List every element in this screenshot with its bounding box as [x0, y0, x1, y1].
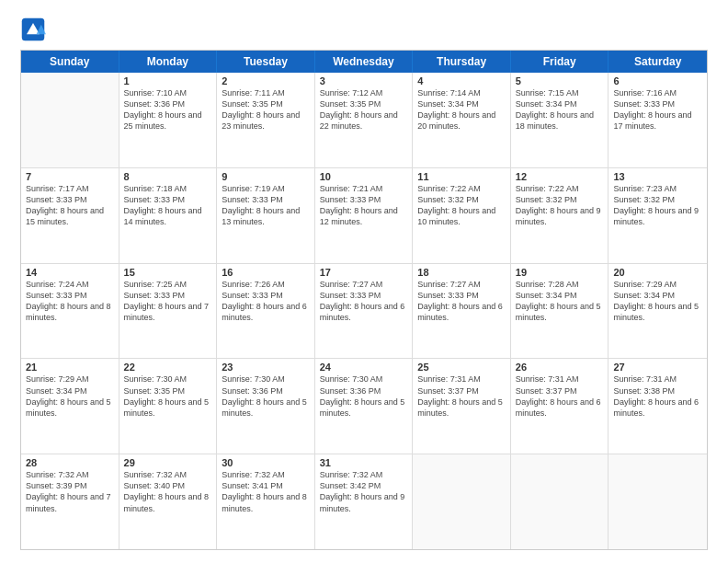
header-day-wednesday: Wednesday	[315, 51, 414, 73]
day-number: 16	[222, 267, 310, 278]
day-number: 31	[320, 457, 408, 468]
cell-info: Sunrise: 7:26 AM Sunset: 3:33 PM Dayligh…	[222, 279, 310, 324]
day-number: 22	[124, 362, 212, 373]
calendar-cell: 23Sunrise: 7:30 AM Sunset: 3:36 PM Dayli…	[217, 359, 315, 454]
day-number: 29	[124, 457, 212, 468]
calendar-row-3: 21Sunrise: 7:29 AM Sunset: 3:34 PM Dayli…	[21, 358, 707, 454]
calendar-cell: 13Sunrise: 7:23 AM Sunset: 3:32 PM Dayli…	[609, 168, 707, 263]
calendar-cell: 6Sunrise: 7:16 AM Sunset: 3:33 PM Daylig…	[609, 73, 707, 167]
cell-info: Sunrise: 7:30 AM Sunset: 3:36 PM Dayligh…	[320, 373, 408, 419]
cell-info: Sunrise: 7:16 AM Sunset: 3:33 PM Dayligh…	[613, 87, 702, 132]
day-number: 13	[613, 171, 702, 182]
calendar-cell: 7Sunrise: 7:17 AM Sunset: 3:33 PM Daylig…	[21, 168, 119, 263]
day-number: 7	[26, 171, 114, 182]
calendar-row-4: 28Sunrise: 7:32 AM Sunset: 3:39 PM Dayli…	[21, 454, 707, 549]
cell-info: Sunrise: 7:17 AM Sunset: 3:33 PM Dayligh…	[26, 183, 114, 228]
cell-info: Sunrise: 7:27 AM Sunset: 3:33 PM Dayligh…	[320, 279, 408, 324]
cell-info: Sunrise: 7:22 AM Sunset: 3:32 PM Dayligh…	[516, 183, 604, 228]
calendar-header: SundayMondayTuesdayWednesdayThursdayFrid…	[21, 51, 707, 73]
day-number: 30	[222, 457, 310, 468]
cell-info: Sunrise: 7:28 AM Sunset: 3:34 PM Dayligh…	[516, 279, 604, 324]
header-day-sunday: Sunday	[21, 51, 119, 73]
cell-info: Sunrise: 7:15 AM Sunset: 3:34 PM Dayligh…	[516, 87, 604, 132]
calendar-cell: 12Sunrise: 7:22 AM Sunset: 3:32 PM Dayli…	[511, 168, 609, 263]
day-number: 14	[26, 267, 114, 278]
cell-info: Sunrise: 7:30 AM Sunset: 3:35 PM Dayligh…	[124, 373, 212, 419]
calendar-cell: 4Sunrise: 7:14 AM Sunset: 3:34 PM Daylig…	[413, 73, 511, 167]
calendar-cell	[511, 454, 609, 549]
header-day-friday: Friday	[511, 51, 609, 73]
cell-info: Sunrise: 7:31 AM Sunset: 3:37 PM Dayligh…	[417, 373, 506, 419]
day-number: 25	[417, 362, 506, 373]
cell-info: Sunrise: 7:29 AM Sunset: 3:34 PM Dayligh…	[613, 279, 702, 324]
day-number: 10	[320, 171, 408, 182]
calendar-cell: 24Sunrise: 7:30 AM Sunset: 3:36 PM Dayli…	[315, 359, 414, 454]
calendar-cell: 11Sunrise: 7:22 AM Sunset: 3:32 PM Dayli…	[413, 168, 511, 263]
header	[20, 17, 708, 42]
calendar-cell: 10Sunrise: 7:21 AM Sunset: 3:33 PM Dayli…	[315, 168, 414, 263]
calendar-cell	[21, 73, 119, 167]
day-number: 4	[417, 75, 506, 86]
header-day-monday: Monday	[119, 51, 218, 73]
calendar-row-0: 1Sunrise: 7:10 AM Sunset: 3:36 PM Daylig…	[21, 73, 707, 167]
day-number: 20	[613, 267, 702, 278]
day-number: 24	[320, 362, 408, 373]
cell-info: Sunrise: 7:32 AM Sunset: 3:40 PM Dayligh…	[124, 469, 212, 514]
day-number: 11	[417, 171, 506, 182]
cell-info: Sunrise: 7:14 AM Sunset: 3:34 PM Dayligh…	[417, 87, 506, 132]
day-number: 27	[613, 362, 702, 373]
logo	[20, 17, 50, 42]
header-day-tuesday: Tuesday	[217, 51, 315, 73]
calendar-cell: 3Sunrise: 7:12 AM Sunset: 3:35 PM Daylig…	[315, 73, 414, 167]
calendar-cell: 31Sunrise: 7:32 AM Sunset: 3:42 PM Dayli…	[315, 454, 414, 549]
calendar-cell	[413, 454, 511, 549]
calendar-cell: 19Sunrise: 7:28 AM Sunset: 3:34 PM Dayli…	[511, 264, 609, 359]
calendar-cell: 14Sunrise: 7:24 AM Sunset: 3:33 PM Dayli…	[21, 264, 119, 359]
header-day-thursday: Thursday	[413, 51, 511, 73]
calendar-cell: 8Sunrise: 7:18 AM Sunset: 3:33 PM Daylig…	[119, 168, 218, 263]
calendar-cell: 2Sunrise: 7:11 AM Sunset: 3:35 PM Daylig…	[217, 73, 315, 167]
cell-info: Sunrise: 7:32 AM Sunset: 3:42 PM Dayligh…	[320, 469, 408, 514]
cell-info: Sunrise: 7:12 AM Sunset: 3:35 PM Dayligh…	[320, 87, 408, 132]
page: SundayMondayTuesdayWednesdayThursdayFrid…	[0, 0, 728, 563]
cell-info: Sunrise: 7:10 AM Sunset: 3:36 PM Dayligh…	[124, 87, 212, 132]
day-number: 9	[222, 171, 310, 182]
day-number: 15	[124, 267, 212, 278]
calendar-row-1: 7Sunrise: 7:17 AM Sunset: 3:33 PM Daylig…	[21, 167, 707, 263]
logo-icon	[20, 17, 46, 42]
calendar: SundayMondayTuesdayWednesdayThursdayFrid…	[20, 50, 708, 550]
day-number: 6	[613, 75, 702, 86]
calendar-cell: 17Sunrise: 7:27 AM Sunset: 3:33 PM Dayli…	[315, 264, 414, 359]
calendar-body: 1Sunrise: 7:10 AM Sunset: 3:36 PM Daylig…	[21, 73, 707, 549]
day-number: 1	[124, 75, 212, 86]
cell-info: Sunrise: 7:30 AM Sunset: 3:36 PM Dayligh…	[222, 373, 310, 419]
calendar-cell: 1Sunrise: 7:10 AM Sunset: 3:36 PM Daylig…	[119, 73, 218, 167]
header-day-saturday: Saturday	[609, 51, 707, 73]
day-number: 12	[516, 171, 604, 182]
day-number: 2	[222, 75, 310, 86]
calendar-cell: 22Sunrise: 7:30 AM Sunset: 3:35 PM Dayli…	[119, 359, 218, 454]
cell-info: Sunrise: 7:31 AM Sunset: 3:37 PM Dayligh…	[516, 373, 604, 419]
calendar-cell: 26Sunrise: 7:31 AM Sunset: 3:37 PM Dayli…	[511, 359, 609, 454]
cell-info: Sunrise: 7:11 AM Sunset: 3:35 PM Dayligh…	[222, 87, 310, 132]
day-number: 5	[516, 75, 604, 86]
day-number: 18	[417, 267, 506, 278]
calendar-cell: 25Sunrise: 7:31 AM Sunset: 3:37 PM Dayli…	[413, 359, 511, 454]
cell-info: Sunrise: 7:25 AM Sunset: 3:33 PM Dayligh…	[124, 279, 212, 324]
calendar-cell: 27Sunrise: 7:31 AM Sunset: 3:38 PM Dayli…	[609, 359, 707, 454]
cell-info: Sunrise: 7:24 AM Sunset: 3:33 PM Dayligh…	[26, 279, 114, 324]
day-number: 3	[320, 75, 408, 86]
day-number: 23	[222, 362, 310, 373]
day-number: 19	[516, 267, 604, 278]
cell-info: Sunrise: 7:32 AM Sunset: 3:41 PM Dayligh…	[222, 469, 310, 514]
calendar-cell: 21Sunrise: 7:29 AM Sunset: 3:34 PM Dayli…	[21, 359, 119, 454]
day-number: 26	[516, 362, 604, 373]
calendar-cell: 5Sunrise: 7:15 AM Sunset: 3:34 PM Daylig…	[511, 73, 609, 167]
cell-info: Sunrise: 7:21 AM Sunset: 3:33 PM Dayligh…	[320, 183, 408, 228]
cell-info: Sunrise: 7:22 AM Sunset: 3:32 PM Dayligh…	[417, 183, 506, 228]
calendar-cell: 16Sunrise: 7:26 AM Sunset: 3:33 PM Dayli…	[217, 264, 315, 359]
cell-info: Sunrise: 7:27 AM Sunset: 3:33 PM Dayligh…	[417, 279, 506, 324]
day-number: 21	[26, 362, 114, 373]
calendar-cell	[609, 454, 707, 549]
day-number: 8	[124, 171, 212, 182]
